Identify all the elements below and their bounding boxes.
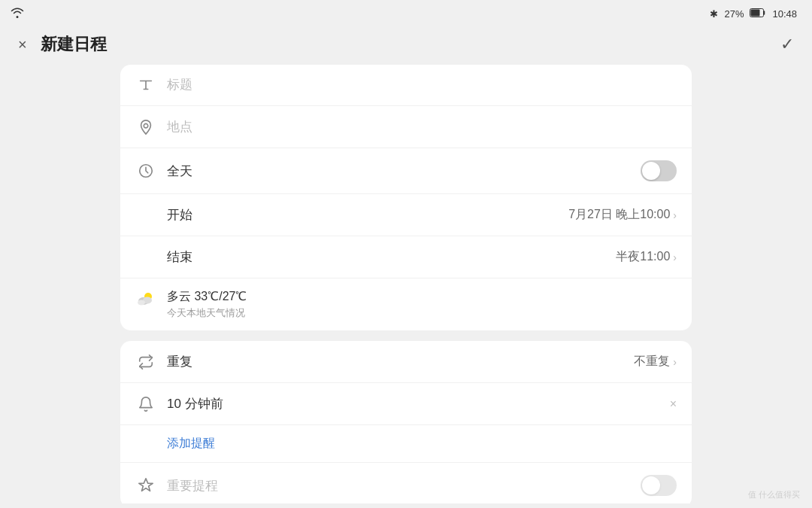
status-left: [11, 8, 24, 20]
important-label: 重要提程: [167, 477, 641, 494]
svg-rect-1: [751, 9, 760, 16]
alert-label: 10 分钟前: [167, 395, 670, 412]
alert-close-button[interactable]: ×: [670, 397, 677, 411]
start-label: 开始: [167, 206, 568, 224]
toggle-knob: [642, 162, 660, 180]
add-reminder-button[interactable]: 添加提醒: [167, 437, 215, 449]
all-day-label: 全天: [167, 163, 641, 180]
repeat-row[interactable]: 重复 不重复 ›: [120, 341, 692, 383]
svg-point-2: [144, 123, 148, 128]
main-card: 地点 全天 开始 7月27日 晚上10:00 › 结束: [120, 65, 692, 330]
header-left: × 新建日程: [18, 33, 107, 56]
weather-row: 多云 33℃/27℃ 今天本地天气情况: [120, 278, 692, 330]
repeat-chevron: ›: [673, 356, 677, 368]
repeat-label: 重复: [167, 353, 634, 370]
confirm-button[interactable]: ✓: [780, 35, 794, 54]
all-day-row[interactable]: 全天: [120, 148, 692, 194]
close-button[interactable]: ×: [18, 36, 27, 53]
bluetooth-icon: ✱: [710, 8, 718, 20]
title-row: [120, 65, 692, 106]
end-row[interactable]: 结束 半夜11:00 ›: [120, 236, 692, 278]
status-right: ✱ 27% 10:48: [710, 8, 797, 20]
title-icon: [135, 77, 156, 93]
important-toggle[interactable]: [641, 475, 677, 496]
important-row[interactable]: 重要提程: [120, 463, 692, 503]
add-reminder-row: 添加提醒: [120, 425, 692, 463]
battery-percent: 27%: [724, 8, 744, 20]
header: × 新建日程 ✓: [0, 27, 812, 65]
secondary-card: 重复 不重复 › 10 分钟前 × 添加提醒: [120, 341, 692, 503]
watermark: 值 什么值得买: [748, 489, 800, 500]
wifi-icon: [11, 8, 24, 20]
end-label: 结束: [167, 248, 616, 266]
watermark-text: 值 什么值得买: [748, 489, 800, 500]
clock-icon: [135, 163, 156, 179]
end-chevron: ›: [673, 251, 677, 263]
battery-icon: [750, 8, 766, 20]
start-value[interactable]: 7月27日 晚上10:00 ›: [568, 207, 677, 223]
important-icon: [135, 477, 156, 494]
weather-info: 多云 33℃/27℃ 今天本地天气情况: [167, 289, 247, 320]
start-row[interactable]: 开始 7月27日 晚上10:00 ›: [120, 194, 692, 236]
repeat-value[interactable]: 不重复 ›: [634, 354, 677, 370]
content-area: 地点 全天 开始 7月27日 晚上10:00 › 结束: [0, 65, 812, 503]
start-chevron: ›: [673, 209, 677, 221]
status-bar: ✱ 27% 10:48: [0, 0, 812, 27]
important-toggle-knob: [642, 476, 660, 494]
alert-row: 10 分钟前 ×: [120, 383, 692, 425]
location-row[interactable]: 地点: [120, 106, 692, 148]
repeat-icon: [135, 354, 156, 370]
location-icon: [135, 119, 156, 135]
end-value[interactable]: 半夜11:00 ›: [616, 249, 677, 265]
title-input[interactable]: [167, 78, 677, 93]
weather-desc: 今天本地天气情况: [167, 306, 247, 320]
all-day-toggle[interactable]: [641, 160, 677, 181]
weather-temp: 多云 33℃/27℃: [167, 289, 247, 305]
page-title: 新建日程: [41, 33, 107, 56]
svg-point-7: [138, 300, 145, 306]
weather-icon: [135, 291, 156, 307]
location-placeholder: 地点: [167, 118, 677, 135]
time-display: 10:48: [772, 8, 797, 20]
bell-icon: [135, 396, 156, 412]
